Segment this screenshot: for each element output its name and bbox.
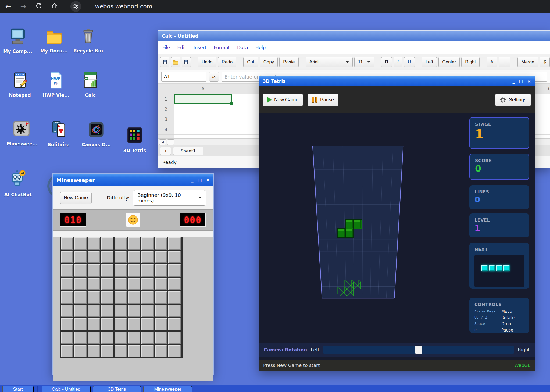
maximize-button[interactable]: □ (519, 79, 523, 84)
cut-button[interactable]: Cut (243, 57, 258, 67)
mine-cell[interactable] (168, 332, 181, 344)
mine-cell[interactable] (74, 332, 87, 344)
mine-cell[interactable] (61, 332, 73, 344)
merge-cells-button[interactable]: Merge (517, 57, 538, 67)
mine-cell[interactable] (141, 264, 154, 277)
redo-button[interactable]: Redo (218, 57, 237, 67)
new-game-button[interactable]: New Game (60, 192, 92, 204)
site-info-icon[interactable] (70, 1, 81, 12)
mine-cell[interactable] (155, 318, 167, 330)
mine-cell[interactable] (88, 332, 100, 344)
mine-cell[interactable] (88, 291, 100, 304)
fx-button[interactable]: fx (209, 72, 219, 82)
mine-cell[interactable] (61, 278, 73, 290)
mine-cell[interactable] (155, 345, 167, 357)
mine-cell[interactable] (74, 251, 87, 263)
new-file-button[interactable] (160, 57, 169, 67)
start-button[interactable]: Start (2, 386, 34, 392)
mine-cell[interactable] (101, 318, 113, 330)
mine-cell[interactable] (74, 237, 87, 250)
mine-cell[interactable] (88, 237, 100, 250)
grid-corner[interactable] (158, 84, 174, 94)
desktop-icon-calc[interactable]: Calc (75, 71, 105, 98)
desktop-icon-my-documents[interactable]: My Docu... (39, 28, 69, 54)
bold-button[interactable]: B (381, 57, 392, 67)
currency-format-button[interactable]: $ (540, 57, 550, 67)
mine-cell[interactable] (141, 318, 154, 330)
mine-cell[interactable] (74, 291, 87, 304)
row-header-5[interactable]: 5 (158, 135, 174, 138)
mine-cell[interactable] (115, 278, 127, 290)
mine-cell[interactable] (155, 264, 167, 277)
mine-cell[interactable] (128, 278, 140, 290)
open-file-button[interactable] (171, 57, 180, 67)
minesweeper-titlebar[interactable]: Minesweeper _ □ × (53, 174, 213, 186)
mine-cell[interactable] (168, 264, 181, 277)
menu-insert[interactable]: Insert (193, 45, 206, 50)
mine-cell[interactable] (128, 345, 140, 357)
calc-cell-A4[interactable] (174, 124, 232, 135)
home-icon[interactable] (51, 3, 58, 10)
mine-cell[interactable] (101, 264, 113, 277)
align-right-button[interactable]: Right (461, 57, 480, 67)
calc-cell-A3[interactable] (174, 114, 232, 124)
mine-cell[interactable] (141, 278, 154, 290)
cell-reference-input[interactable] (161, 72, 206, 82)
mine-cell[interactable] (74, 264, 87, 277)
pause-button[interactable]: Pause (308, 94, 338, 106)
mine-cell[interactable] (141, 251, 154, 263)
mine-cell[interactable] (101, 251, 113, 263)
taskbar-item-tetris[interactable]: 3D Tetris (93, 386, 141, 392)
menu-file[interactable]: File (162, 45, 170, 50)
smiley-button[interactable] (126, 213, 140, 227)
save-file-button[interactable] (182, 57, 191, 67)
close-button[interactable]: × (527, 79, 531, 84)
underline-button[interactable]: U (404, 57, 415, 67)
font-name-select[interactable]: Arial (306, 57, 353, 67)
scroll-left-button[interactable]: ◀ (159, 139, 166, 145)
mine-cell[interactable] (128, 237, 140, 250)
mine-cell[interactable] (115, 291, 127, 304)
mine-cell[interactable] (155, 305, 167, 317)
menu-format[interactable]: Format (214, 45, 230, 50)
mine-cell[interactable] (115, 345, 127, 357)
mine-cell[interactable] (115, 318, 127, 330)
mine-cell[interactable] (101, 278, 113, 290)
reload-icon[interactable] (35, 3, 42, 10)
mine-cell[interactable] (88, 264, 100, 277)
mine-cell[interactable] (88, 251, 100, 263)
mine-cell[interactable] (101, 345, 113, 357)
mine-cell[interactable] (141, 291, 154, 304)
mine-cell[interactable] (155, 237, 167, 250)
mine-cell[interactable] (115, 332, 127, 344)
mine-cell[interactable] (74, 278, 87, 290)
mine-cell[interactable] (74, 318, 87, 330)
desktop-icon-recycle-bin[interactable]: Recycle Bin (73, 28, 103, 54)
mine-cell[interactable] (101, 237, 113, 250)
tetris-titlebar[interactable]: 3D Tetris _ □ × (259, 76, 535, 86)
minimize-button[interactable]: _ (191, 177, 193, 183)
camera-rotation-slider[interactable] (323, 346, 514, 354)
mine-cell[interactable] (101, 291, 113, 304)
mine-cell[interactable] (128, 264, 140, 277)
mine-cell[interactable] (128, 251, 140, 263)
mine-cell[interactable] (115, 237, 127, 250)
tetris-game-canvas[interactable]: STAGE 1 SCORE 0 LINES 0 LEVEL 1 NEXT (259, 113, 535, 343)
calc-cell-A2[interactable] (174, 104, 232, 114)
menu-edit[interactable]: Edit (177, 45, 186, 50)
mine-cell[interactable] (115, 305, 127, 317)
mine-cell[interactable] (168, 278, 181, 290)
mine-cell[interactable] (101, 305, 113, 317)
row-header-4[interactable]: 4 (158, 124, 174, 135)
desktop-icon-my-computer[interactable]: My Comp... (3, 28, 33, 54)
align-left-button[interactable]: Left (422, 57, 437, 67)
mine-cell[interactable] (141, 332, 154, 344)
back-icon[interactable]: ← (5, 3, 11, 10)
font-size-select[interactable]: 11 (354, 57, 374, 67)
mine-cell[interactable] (168, 345, 181, 357)
mine-cell[interactable] (61, 237, 73, 250)
desktop-icon-hwp-viewer[interactable]: HWP 한 HWP Vie... (41, 72, 71, 98)
mine-cell[interactable] (115, 264, 127, 277)
add-sheet-button[interactable]: + (160, 147, 171, 155)
menu-data[interactable]: Data (237, 45, 248, 50)
